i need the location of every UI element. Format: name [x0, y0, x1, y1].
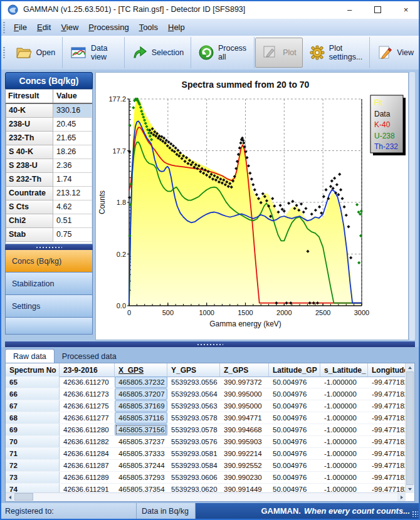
data-cell[interactable]: 465805.37244 [115, 460, 167, 471]
data-cell[interactable]: -1.000000 [320, 484, 368, 493]
row-header-cell[interactable]: 65 [6, 377, 60, 388]
column-header-latitude-gp[interactable]: Latitude_GP [269, 363, 320, 377]
data-cell[interactable]: 42636.611280 [60, 424, 115, 435]
horizontal-scroll-thumb[interactable] [14, 493, 33, 501]
data-cell[interactable]: -99.477182 [368, 377, 406, 388]
data-cell[interactable]: -1.000000 [320, 424, 368, 435]
column-header-z-gps[interactable]: Z_GPS [220, 363, 269, 377]
data-cell[interactable]: 390.995000 [220, 400, 269, 412]
data-cell[interactable]: 50.004976 [269, 472, 320, 483]
data-cell[interactable]: -99.477182 [368, 448, 406, 459]
data-cell[interactable]: 42636.611273 [60, 388, 115, 400]
data-cell[interactable]: 42636.611275 [60, 400, 115, 412]
sidebar-item-stabilization[interactable]: Stabilization [5, 273, 93, 295]
view-button[interactable]: View [370, 38, 420, 68]
data-view-button[interactable]: Data view [63, 38, 123, 68]
right-scroll-strip[interactable] [409, 72, 415, 340]
close-button[interactable]: × [392, 0, 420, 19]
data-cell[interactable]: 5539293.0606 [167, 472, 220, 483]
tab-processed-data[interactable]: Processed data [55, 350, 124, 363]
plot-settings-button[interactable]: Plot settings... [303, 38, 369, 68]
data-cell[interactable]: -99.477182 [368, 400, 406, 412]
maximize-button[interactable] [364, 0, 392, 19]
menu-item-edit[interactable]: Edit [32, 21, 56, 34]
data-cell[interactable]: -1.000000 [320, 460, 368, 471]
row-header-cell[interactable]: 72 [6, 460, 60, 471]
data-cell[interactable]: -99.477182 [368, 412, 406, 424]
data-cell[interactable]: 465805.37116 [115, 412, 167, 424]
data-cell[interactable]: 390.992552 [220, 460, 269, 471]
data-cell[interactable]: 42636.611289 [60, 472, 115, 483]
data-cell[interactable]: 390.992214 [220, 448, 269, 459]
menu-item-processing[interactable]: Processing [83, 21, 134, 34]
data-cell[interactable]: 465805.37354 [115, 484, 167, 493]
row-header-cell[interactable]: 70 [6, 436, 60, 447]
data-cell[interactable]: 465805.37156 [115, 424, 167, 435]
column-header-spectrum-no[interactable]: Spectrum No [6, 363, 60, 377]
sidebar-splitter[interactable] [5, 244, 93, 250]
data-cell[interactable]: 50.004976 [269, 460, 320, 471]
data-cell[interactable]: 465805.37293 [115, 472, 167, 483]
data-cell[interactable]: 42636.611291 [60, 484, 115, 493]
data-cell[interactable]: -99.477182 [368, 388, 406, 400]
data-cell[interactable]: 390.991449 [220, 484, 269, 493]
data-cell[interactable]: 390.990230 [220, 472, 269, 483]
data-cell[interactable]: 42636.611270 [60, 377, 115, 388]
data-cell[interactable]: 50.004976 [269, 388, 320, 400]
data-cell[interactable]: -1.000000 [320, 412, 368, 424]
column-header-x-gps[interactable]: X_GPS [115, 363, 167, 377]
data-cell[interactable]: 465805.37232 [115, 377, 167, 388]
data-cell[interactable]: -1.000000 [320, 448, 368, 459]
data-cell[interactable]: 50.004976 [269, 484, 320, 493]
data-cell[interactable]: 390.995000 [220, 388, 269, 400]
scroll-right-button[interactable] [397, 493, 406, 501]
open-button[interactable]: Open [9, 38, 62, 68]
row-header-cell[interactable]: 69 [6, 424, 60, 435]
data-cell[interactable]: 5539293.0576 [167, 436, 220, 447]
data-cell[interactable]: 5539293.0578 [167, 424, 220, 435]
data-cell[interactable]: 42636.611282 [60, 436, 115, 447]
row-header-cell[interactable]: 74 [6, 484, 60, 493]
data-cell[interactable]: -99.477182 [368, 472, 406, 483]
data-cell[interactable]: -1.000000 [320, 377, 368, 388]
data-cell[interactable]: 42636.611287 [60, 460, 115, 471]
data-cell[interactable]: 5539293.0578 [167, 412, 220, 424]
data-cell[interactable]: 5539293.0556 [167, 377, 220, 388]
data-cell[interactable]: 390.994771 [220, 412, 269, 424]
minimize-button[interactable]: – [335, 0, 364, 19]
menubar-grip[interactable] [3, 22, 5, 33]
data-cell[interactable]: 465805.37169 [115, 400, 167, 412]
sidebar-item-concs-bq-kg-[interactable]: Concs (Bq/kg) [5, 250, 93, 273]
scroll-down-button[interactable] [406, 485, 414, 493]
scroll-left-button[interactable] [6, 493, 14, 501]
data-cell[interactable]: 5539293.0584 [167, 460, 220, 471]
tab-raw-data[interactable]: Raw data [5, 349, 55, 363]
data-cell[interactable]: 50.004976 [269, 448, 320, 459]
data-cell[interactable]: 5539293.0564 [167, 388, 220, 400]
column-header-23-9-2016[interactable]: 23-9-2016 [60, 363, 115, 377]
data-cell[interactable]: -1.000000 [320, 400, 368, 412]
data-cell[interactable]: 5539293.0581 [167, 448, 220, 459]
data-cell[interactable]: 50.004976 [269, 377, 320, 388]
vertical-scrollbar[interactable] [405, 363, 414, 493]
data-cell[interactable]: -99.477182 [368, 484, 406, 493]
row-header-cell[interactable]: 71 [6, 448, 60, 459]
vertical-scroll-thumb[interactable] [406, 372, 414, 485]
sidebar-item-settings[interactable]: Settings [5, 295, 93, 318]
menu-item-help[interactable]: Help [163, 21, 190, 34]
row-header-cell[interactable]: 66 [6, 388, 60, 400]
data-cell[interactable]: -1.000000 [320, 436, 368, 447]
column-header-s-latitude-[interactable]: s_Latitude_ [320, 363, 368, 377]
data-cell[interactable]: -99.477182 [368, 436, 406, 447]
data-cell[interactable]: -99.477182 [368, 460, 406, 471]
data-cell[interactable]: -1.000000 [320, 472, 368, 483]
data-cell[interactable]: 465805.37333 [115, 448, 167, 459]
data-cell[interactable]: 5539293.0563 [167, 400, 220, 412]
menu-item-tools[interactable]: Tools [134, 21, 163, 34]
row-header-cell[interactable]: 68 [6, 412, 60, 424]
data-cell[interactable]: 50.004976 [269, 400, 320, 412]
data-cell[interactable]: 5539293.0620 [167, 484, 220, 493]
data-cell[interactable]: 50.004976 [269, 412, 320, 424]
menu-item-file[interactable]: File [9, 21, 32, 34]
column-header-longitude-[interactable]: Longitude_ [368, 363, 406, 377]
